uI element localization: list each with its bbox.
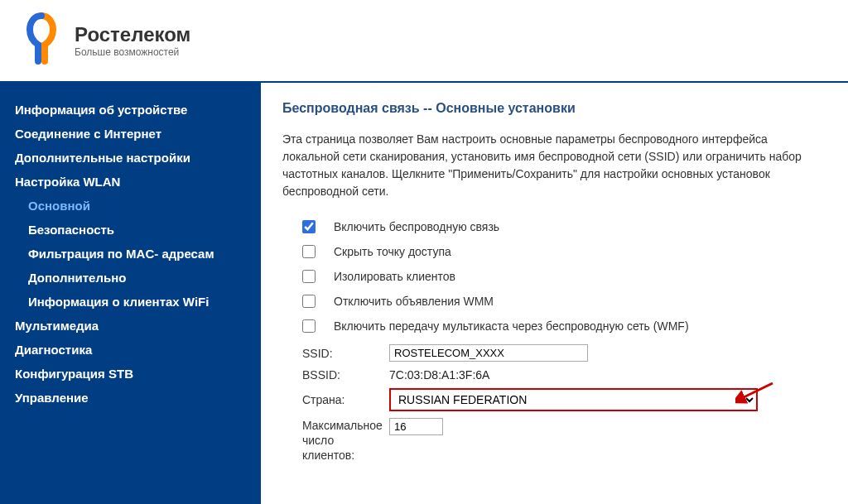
nav-management[interactable]: Управление: [10, 386, 251, 410]
content: Беспроводная связь -- Основные установки…: [261, 83, 848, 504]
nav-wlan-clients[interactable]: Информация о клиентах WiFi: [10, 290, 251, 314]
sidebar: Информация об устройстве Соединение с Ин…: [0, 83, 261, 504]
nav-device-info[interactable]: Информация об устройстве: [10, 98, 251, 122]
rostelecom-logo-icon: [17, 12, 66, 70]
nav-additional[interactable]: Дополнительные настройки: [10, 146, 251, 170]
max-clients-input[interactable]: [389, 418, 443, 435]
logo: Ростелеком Больше возможностей: [17, 12, 190, 70]
brand-slogan: Больше возможностей: [75, 46, 190, 58]
country-select[interactable]: RUSSIAN FEDERATION: [389, 388, 758, 411]
hide-ap-checkbox[interactable]: [302, 245, 316, 258]
header: Ростелеком Больше возможностей: [0, 0, 848, 83]
disable-wmm-label: Отключить объявления WMM: [334, 295, 494, 308]
disable-wmm-checkbox[interactable]: [302, 295, 316, 308]
nav-stb-config[interactable]: Конфигурация STB: [10, 362, 251, 386]
enable-wmf-checkbox[interactable]: [302, 319, 316, 333]
enable-wmf-label: Включить передачу мультикаста через бесп…: [334, 319, 689, 333]
page-description: Эта страница позволяет Вам настроить осн…: [282, 131, 826, 200]
nav-wlan-mac-filter[interactable]: Фильтрация по MAC- адресам: [10, 242, 251, 266]
nav-wlan[interactable]: Настройка WLAN: [10, 170, 251, 194]
bssid-label: BSSID:: [302, 368, 389, 382]
enable-wireless-checkbox[interactable]: [302, 220, 316, 233]
ssid-input[interactable]: [389, 344, 588, 362]
nav-diagnostics[interactable]: Диагностика: [10, 338, 251, 362]
brand-name: Ростелеком: [75, 23, 190, 46]
enable-wireless-label: Включить беспроводную связь: [334, 220, 499, 233]
page-title: Беспроводная связь -- Основные установки: [282, 101, 826, 116]
hide-ap-label: Скрыть точку доступа: [334, 245, 451, 258]
ssid-label: SSID:: [302, 347, 389, 360]
isolate-clients-checkbox[interactable]: [302, 270, 316, 283]
nav-wlan-advanced[interactable]: Дополнительно: [10, 266, 251, 290]
bssid-value: 7C:03:D8:A1:3F:6A: [389, 368, 489, 382]
isolate-clients-label: Изолировать клиентов: [334, 270, 455, 283]
nav-wlan-security[interactable]: Безопасность: [10, 218, 251, 242]
nav-wlan-basic[interactable]: Основной: [10, 194, 251, 218]
country-label: Страна:: [302, 393, 389, 406]
max-clients-label: Максимальное число клиентов:: [302, 418, 389, 463]
nav-internet[interactable]: Соединение с Интернет: [10, 122, 251, 146]
nav-multimedia[interactable]: Мультимедиа: [10, 314, 251, 338]
